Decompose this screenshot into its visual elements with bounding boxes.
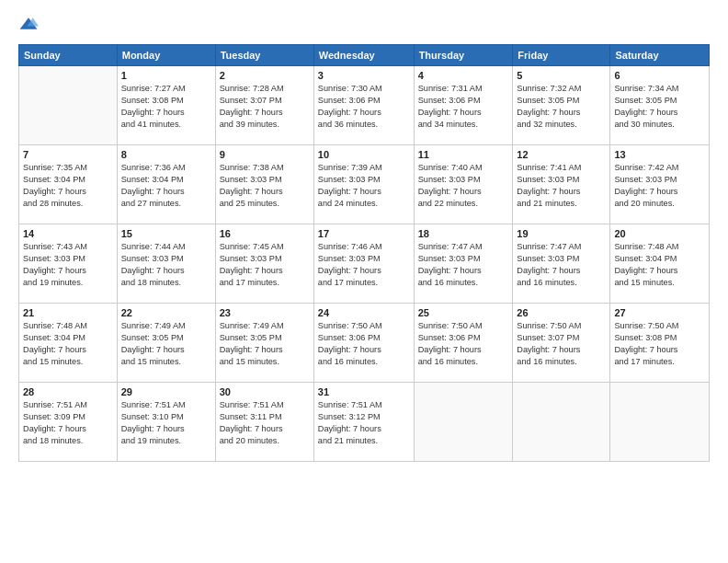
calendar-cell: 19Sunrise: 7:47 AM Sunset: 3:03 PM Dayli…	[513, 224, 610, 304]
day-info: Sunrise: 7:49 AM Sunset: 3:05 PM Dayligh…	[121, 320, 211, 368]
day-info: Sunrise: 7:28 AM Sunset: 3:07 PM Dayligh…	[220, 83, 310, 131]
calendar-week-3: 14Sunrise: 7:43 AM Sunset: 3:03 PM Dayli…	[19, 224, 710, 304]
day-number: 9	[220, 149, 310, 160]
weekday-header-wednesday: Wednesday	[313, 45, 414, 66]
day-number: 31	[318, 386, 410, 397]
calendar-cell: 27Sunrise: 7:50 AM Sunset: 3:08 PM Dayli…	[610, 304, 710, 383]
calendar-cell	[513, 383, 610, 462]
day-info: Sunrise: 7:45 AM Sunset: 3:03 PM Dayligh…	[220, 241, 310, 289]
header	[18, 15, 710, 35]
weekday-header-friday: Friday	[513, 45, 610, 66]
day-info: Sunrise: 7:47 AM Sunset: 3:03 PM Dayligh…	[418, 241, 509, 289]
day-number: 27	[614, 307, 705, 318]
day-info: Sunrise: 7:34 AM Sunset: 3:05 PM Dayligh…	[614, 83, 705, 131]
calendar-cell: 10Sunrise: 7:39 AM Sunset: 3:03 PM Dayli…	[313, 145, 414, 224]
day-number: 1	[121, 70, 211, 81]
day-info: Sunrise: 7:42 AM Sunset: 3:03 PM Dayligh…	[614, 162, 705, 210]
calendar-cell: 9Sunrise: 7:38 AM Sunset: 3:03 PM Daylig…	[215, 145, 313, 224]
day-info: Sunrise: 7:41 AM Sunset: 3:03 PM Dayligh…	[517, 162, 606, 210]
day-info: Sunrise: 7:51 AM Sunset: 3:12 PM Dayligh…	[318, 399, 410, 447]
calendar-cell: 13Sunrise: 7:42 AM Sunset: 3:03 PM Dayli…	[610, 145, 710, 224]
calendar-cell: 30Sunrise: 7:51 AM Sunset: 3:11 PM Dayli…	[215, 383, 313, 462]
day-number: 5	[517, 70, 606, 81]
day-info: Sunrise: 7:36 AM Sunset: 3:04 PM Dayligh…	[121, 162, 211, 210]
day-info: Sunrise: 7:38 AM Sunset: 3:03 PM Dayligh…	[220, 162, 310, 210]
calendar-cell: 29Sunrise: 7:51 AM Sunset: 3:10 PM Dayli…	[117, 383, 215, 462]
day-number: 25	[418, 307, 509, 318]
calendar-cell: 21Sunrise: 7:48 AM Sunset: 3:04 PM Dayli…	[19, 304, 118, 383]
weekday-header-sunday: Sunday	[19, 45, 118, 66]
day-info: Sunrise: 7:50 AM Sunset: 3:06 PM Dayligh…	[318, 320, 410, 368]
day-number: 4	[418, 70, 509, 81]
day-info: Sunrise: 7:43 AM Sunset: 3:03 PM Dayligh…	[23, 241, 113, 289]
day-number: 30	[220, 386, 310, 397]
day-number: 28	[23, 386, 113, 397]
day-number: 17	[318, 228, 410, 239]
day-info: Sunrise: 7:49 AM Sunset: 3:05 PM Dayligh…	[220, 320, 310, 368]
day-number: 2	[220, 70, 310, 81]
day-number: 19	[517, 228, 606, 239]
day-number: 8	[121, 149, 211, 160]
day-number: 18	[418, 228, 509, 239]
calendar-table: SundayMondayTuesdayWednesdayThursdayFrid…	[18, 44, 710, 462]
calendar-cell: 18Sunrise: 7:47 AM Sunset: 3:03 PM Dayli…	[414, 224, 513, 304]
day-number: 22	[121, 307, 211, 318]
calendar-week-4: 21Sunrise: 7:48 AM Sunset: 3:04 PM Dayli…	[19, 304, 710, 383]
calendar-cell: 26Sunrise: 7:50 AM Sunset: 3:07 PM Dayli…	[513, 304, 610, 383]
day-number: 15	[121, 228, 211, 239]
calendar-cell	[610, 383, 710, 462]
day-number: 6	[614, 70, 705, 81]
calendar-cell: 11Sunrise: 7:40 AM Sunset: 3:03 PM Dayli…	[414, 145, 513, 224]
calendar-cell	[414, 383, 513, 462]
calendar-cell	[19, 66, 118, 145]
calendar-cell: 4Sunrise: 7:31 AM Sunset: 3:06 PM Daylig…	[414, 66, 513, 145]
calendar-cell: 28Sunrise: 7:51 AM Sunset: 3:09 PM Dayli…	[19, 383, 118, 462]
day-info: Sunrise: 7:46 AM Sunset: 3:03 PM Dayligh…	[318, 241, 410, 289]
calendar-week-2: 7Sunrise: 7:35 AM Sunset: 3:04 PM Daylig…	[19, 145, 710, 224]
day-info: Sunrise: 7:40 AM Sunset: 3:03 PM Dayligh…	[418, 162, 509, 210]
day-info: Sunrise: 7:48 AM Sunset: 3:04 PM Dayligh…	[23, 320, 113, 368]
day-number: 13	[614, 149, 705, 160]
day-info: Sunrise: 7:50 AM Sunset: 3:08 PM Dayligh…	[614, 320, 705, 368]
calendar-cell: 5Sunrise: 7:32 AM Sunset: 3:05 PM Daylig…	[513, 66, 610, 145]
calendar-cell: 14Sunrise: 7:43 AM Sunset: 3:03 PM Dayli…	[19, 224, 118, 304]
day-info: Sunrise: 7:39 AM Sunset: 3:03 PM Dayligh…	[318, 162, 410, 210]
calendar-cell: 12Sunrise: 7:41 AM Sunset: 3:03 PM Dayli…	[513, 145, 610, 224]
calendar-cell: 16Sunrise: 7:45 AM Sunset: 3:03 PM Dayli…	[215, 224, 313, 304]
day-info: Sunrise: 7:50 AM Sunset: 3:06 PM Dayligh…	[418, 320, 509, 368]
calendar-cell: 31Sunrise: 7:51 AM Sunset: 3:12 PM Dayli…	[313, 383, 414, 462]
calendar-cell: 20Sunrise: 7:48 AM Sunset: 3:04 PM Dayli…	[610, 224, 710, 304]
day-number: 14	[23, 228, 113, 239]
calendar-cell: 23Sunrise: 7:49 AM Sunset: 3:05 PM Dayli…	[215, 304, 313, 383]
day-number: 11	[418, 149, 509, 160]
calendar-cell: 8Sunrise: 7:36 AM Sunset: 3:04 PM Daylig…	[117, 145, 215, 224]
calendar-week-5: 28Sunrise: 7:51 AM Sunset: 3:09 PM Dayli…	[19, 383, 710, 462]
day-info: Sunrise: 7:50 AM Sunset: 3:07 PM Dayligh…	[517, 320, 606, 368]
weekday-header-tuesday: Tuesday	[215, 45, 313, 66]
calendar-header-row: SundayMondayTuesdayWednesdayThursdayFrid…	[19, 45, 710, 66]
day-info: Sunrise: 7:30 AM Sunset: 3:06 PM Dayligh…	[318, 83, 410, 131]
logo-icon	[18, 15, 39, 35]
calendar-cell: 6Sunrise: 7:34 AM Sunset: 3:05 PM Daylig…	[610, 66, 710, 145]
day-number: 7	[23, 149, 113, 160]
day-number: 29	[121, 386, 211, 397]
day-info: Sunrise: 7:47 AM Sunset: 3:03 PM Dayligh…	[517, 241, 606, 289]
calendar-cell: 1Sunrise: 7:27 AM Sunset: 3:08 PM Daylig…	[117, 66, 215, 145]
weekday-header-saturday: Saturday	[610, 45, 710, 66]
day-info: Sunrise: 7:32 AM Sunset: 3:05 PM Dayligh…	[517, 83, 606, 131]
calendar-cell: 3Sunrise: 7:30 AM Sunset: 3:06 PM Daylig…	[313, 66, 414, 145]
calendar-week-1: 1Sunrise: 7:27 AM Sunset: 3:08 PM Daylig…	[19, 66, 710, 145]
logo	[18, 15, 42, 35]
day-info: Sunrise: 7:51 AM Sunset: 3:09 PM Dayligh…	[23, 399, 113, 447]
weekday-header-thursday: Thursday	[414, 45, 513, 66]
calendar-cell: 24Sunrise: 7:50 AM Sunset: 3:06 PM Dayli…	[313, 304, 414, 383]
day-info: Sunrise: 7:51 AM Sunset: 3:10 PM Dayligh…	[121, 399, 211, 447]
day-info: Sunrise: 7:48 AM Sunset: 3:04 PM Dayligh…	[614, 241, 705, 289]
day-info: Sunrise: 7:51 AM Sunset: 3:11 PM Dayligh…	[220, 399, 310, 447]
day-number: 16	[220, 228, 310, 239]
weekday-header-monday: Monday	[117, 45, 215, 66]
day-number: 24	[318, 307, 410, 318]
day-number: 26	[517, 307, 606, 318]
day-info: Sunrise: 7:35 AM Sunset: 3:04 PM Dayligh…	[23, 162, 113, 210]
day-number: 20	[614, 228, 705, 239]
